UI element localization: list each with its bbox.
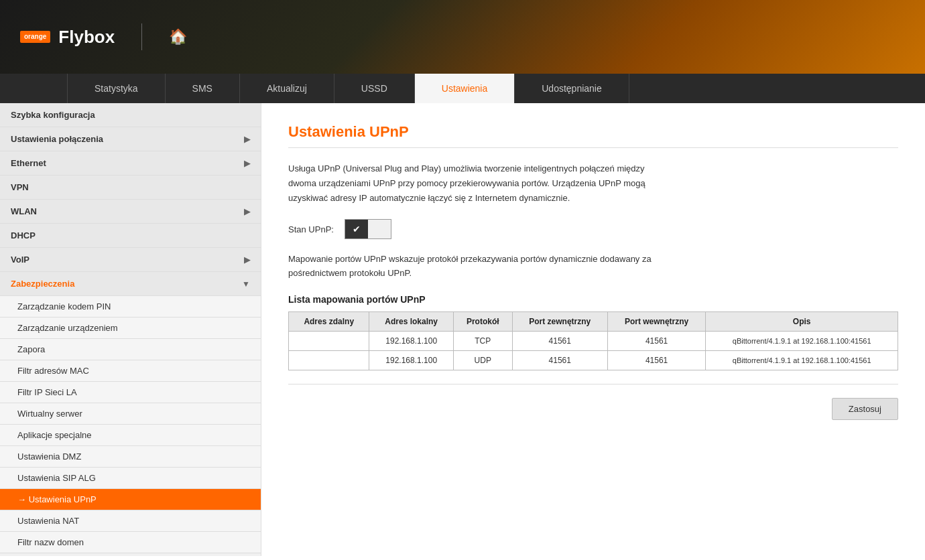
col-port-wewnetrzny: Port wewnętrzny [607,311,705,331]
cell-opis: qBittorrent/4.1.9.1 at 192.168.1.100:415… [706,331,898,350]
sidebar-item-label: VPN [11,182,29,192]
tab-aktualizuj[interactable]: Aktualizuj [240,74,334,103]
main-container: Szybka konfiguracja Ustawienia połączeni… [0,103,925,556]
sidebar-item-dhcp[interactable]: DHCP [0,224,261,248]
col-adres-zdalny: Adres zdalny [289,311,369,331]
sidebar-item-label: Ustawienia połączenia [11,134,103,144]
cell-port-wewnetrzny: 41561 [607,331,705,350]
tab-statystyka[interactable]: Statystyka [67,74,166,103]
sidebar-subitem-ustawienia-nat[interactable]: Ustawienia NAT [0,510,261,532]
sidebar-item-vpn[interactable]: VPN [0,176,261,200]
sidebar-item-label: WLAN [11,206,37,216]
port-mapping-table: Adres zdalny Adres lokalny Protokół Port… [288,311,898,370]
cell-port-zewnetrzny: 41561 [512,331,607,350]
chevron-right-icon: ▶ [244,135,250,144]
col-protokol: Protokół [453,311,512,331]
apply-row: Zastosuj [288,384,898,420]
sidebar-item-label: DHCP [11,230,36,240]
page-title: Ustawienia UPnP [288,123,898,148]
sidebar-item-zabezpieczenia[interactable]: Zabezpieczenia ▼ [0,272,261,296]
cell-port-wewnetrzny: 41561 [607,350,705,370]
table-row: 192.168.1.100 UDP 41561 41561 qBittorren… [289,350,898,370]
col-opis: Opis [706,311,898,331]
sidebar-subitem-zapora[interactable]: Zapora [0,339,261,360]
upnp-toggle[interactable]: ✔ [345,219,391,239]
upnp-status-row: Stan UPnP: ✔ [288,219,898,239]
sidebar-subitem-ustawienia-sip-alg[interactable]: Ustawienia SIP ALG [0,468,261,489]
apply-button[interactable]: Zastosuj [832,398,898,420]
nav-tabs: Statystyka SMS Aktualizuj USSD Ustawieni… [0,74,925,103]
tab-udostepnianie[interactable]: Udostępnianie [515,74,629,103]
sidebar-item-szybka-konfiguracja[interactable]: Szybka konfiguracja [0,103,261,127]
sidebar-item-label: Szybka konfiguracja [11,110,95,120]
cell-adres-lokalny: 192.168.1.100 [369,331,453,350]
sidebar-item-ustawienia-polaczenia[interactable]: Ustawienia połączenia ▶ [0,127,261,151]
content-area: Ustawienia UPnP Usługa UPnP (Universal P… [261,103,925,556]
orange-logo: orange [20,31,50,43]
sidebar-subitem-zarzadzanie-urzadzeniem[interactable]: Zarządzanie urządzeniem [0,318,261,339]
tab-sms[interactable]: SMS [166,74,240,103]
toggle-off-side [368,220,391,238]
cell-protokol: UDP [453,350,512,370]
port-mapping-description: Mapowanie portów UPnP wskazuje protokół … [288,253,898,281]
cell-protokol: TCP [453,331,512,350]
sidebar: Szybka konfiguracja Ustawienia połączeni… [0,103,261,556]
col-adres-lokalny: Adres lokalny [369,311,453,331]
sidebar-subitem-ustawienia-upnp[interactable]: Ustawienia UPnP [0,489,261,510]
sidebar-item-wlan[interactable]: WLAN ▶ [0,200,261,224]
sidebar-item-voip[interactable]: VoIP ▶ [0,248,261,272]
sidebar-item-ethernet[interactable]: Ethernet ▶ [0,151,261,176]
sidebar-subitem-filtr-adresow-mac[interactable]: Filtr adresów MAC [0,360,261,382]
cell-opis: qBittorrent/4.1.9.1 at 192.168.1.100:415… [706,350,898,370]
chevron-right-icon: ▶ [244,159,250,168]
sidebar-item-label: Ethernet [11,158,46,168]
chevron-down-icon: ▼ [242,279,250,289]
header: orange Flybox 🏠 [0,0,925,74]
brand-title: Flybox [58,27,115,48]
table-title: Lista mapowania portów UPnP [288,294,898,305]
sidebar-item-label: VoIP [11,255,29,265]
sidebar-subitem-filtr-nazw-domen[interactable]: Filtr nazw domen [0,532,261,553]
sidebar-subitem-zarzadzanie-kodem-pin[interactable]: Zarządzanie kodem PIN [0,296,261,318]
col-port-zewnetrzny: Port zewnętrzny [512,311,607,331]
upnp-status-label: Stan UPnP: [288,224,334,234]
cell-adres-lokalny: 192.168.1.100 [369,350,453,370]
sidebar-subitem-aplikacje-specjalne[interactable]: Aplikacje specjalne [0,425,261,446]
home-icon[interactable]: 🏠 [169,28,187,46]
description: Usługa UPnP (Universal Plug and Play) um… [288,161,898,206]
sidebar-subitem-ustawienia-dmz[interactable]: Ustawienia DMZ [0,446,261,468]
tab-ustawienia[interactable]: Ustawienia [415,74,515,103]
sidebar-item-label: Zabezpieczenia [11,279,74,289]
cell-adres-zdalny [289,350,369,370]
tab-ussd[interactable]: USSD [334,74,415,103]
sidebar-subitem-filtr-ip-sieci-la[interactable]: Filtr IP Sieci LA [0,382,261,403]
cell-port-zewnetrzny: 41561 [512,350,607,370]
table-row: 192.168.1.100 TCP 41561 41561 qBittorren… [289,331,898,350]
header-divider [141,23,142,50]
toggle-on-side: ✔ [345,220,368,238]
chevron-right-icon: ▶ [244,255,250,265]
sidebar-subitem-wirtualny-serwer[interactable]: Wirtualny serwer [0,403,261,425]
chevron-right-icon: ▶ [244,207,250,216]
cell-adres-zdalny [289,331,369,350]
